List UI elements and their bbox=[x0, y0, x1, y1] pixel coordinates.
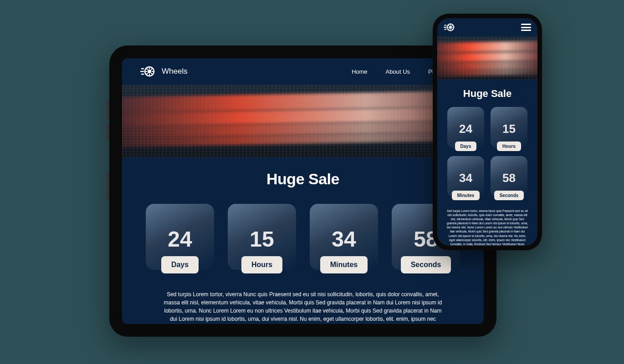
svg-line-18 bbox=[452, 25, 453, 26]
brand-name: Wheels bbox=[162, 67, 188, 76]
countdown-days-value: 24 bbox=[168, 228, 192, 250]
countdown-minutes-label: Minutes bbox=[320, 256, 368, 273]
svg-point-11 bbox=[449, 26, 452, 29]
svg-line-17 bbox=[452, 29, 453, 30]
svg-point-1 bbox=[148, 70, 151, 73]
phone-countdown-grid: 24 Days 15 Hours 34 Minutes 58 Seconds bbox=[437, 107, 537, 201]
countdown-row: 24 Days 15 Hours 34 Minutes 58 Seconds bbox=[122, 204, 484, 270]
phone-sale-title: Huge Sale bbox=[437, 88, 537, 100]
phone-hero-image bbox=[437, 36, 537, 80]
hero-image bbox=[122, 85, 484, 157]
hamburger-menu-icon[interactable] bbox=[521, 24, 531, 31]
phone-days-label: Days bbox=[455, 142, 477, 151]
countdown-days: 24 Days bbox=[146, 204, 214, 270]
countdown-seconds-label: Seconds bbox=[401, 256, 451, 273]
phone-navbar bbox=[437, 18, 537, 36]
logo-area[interactable]: Wheels bbox=[140, 64, 188, 79]
countdown-hours: 15 Hours bbox=[228, 204, 296, 270]
phone-minutes-value: 34 bbox=[459, 171, 472, 185]
sale-description: Sed turpis Lorem tortor, viverra Nunc qu… bbox=[122, 270, 484, 324]
svg-line-19 bbox=[448, 29, 450, 30]
nav-home[interactable]: Home bbox=[352, 68, 368, 75]
phone-countdown-minutes: 34 Minutes bbox=[447, 156, 484, 197]
svg-line-16 bbox=[448, 25, 450, 26]
svg-line-8 bbox=[151, 68, 153, 70]
svg-line-7 bbox=[151, 73, 153, 75]
phone-sale-description: Sed turpis Lorem tortor, viverra Nunc qu… bbox=[437, 201, 537, 246]
countdown-days-label: Days bbox=[161, 256, 199, 273]
countdown-minutes: 34 Minutes bbox=[310, 204, 378, 270]
phone-device: Huge Sale 24 Days 15 Hours 34 Minutes 58… bbox=[433, 14, 542, 250]
phone-countdown-days: 24 Days bbox=[447, 107, 484, 148]
phone-hours-label: Hours bbox=[497, 142, 521, 151]
phone-wheel-logo-icon[interactable] bbox=[444, 22, 455, 33]
phone-seconds-label: Seconds bbox=[494, 191, 524, 200]
countdown-hours-label: Hours bbox=[241, 256, 282, 273]
phone-countdown-seconds: 58 Seconds bbox=[491, 156, 527, 197]
phone-seconds-value: 58 bbox=[502, 171, 516, 185]
countdown-minutes-value: 34 bbox=[332, 228, 356, 250]
countdown-hours-value: 15 bbox=[250, 228, 274, 250]
sale-title: Huge Sale bbox=[122, 170, 484, 188]
tablet-side-button bbox=[107, 173, 109, 200]
svg-line-6 bbox=[146, 68, 148, 70]
phone-hours-value: 15 bbox=[502, 122, 516, 136]
tablet-screen: Wheels Home About Us Plans C Huge Sale 2… bbox=[122, 58, 484, 324]
phone-minutes-label: Minutes bbox=[452, 191, 480, 200]
phone-days-value: 24 bbox=[459, 122, 472, 136]
nav-about[interactable]: About Us bbox=[386, 68, 410, 75]
phone-screen: Huge Sale 24 Days 15 Hours 34 Minutes 58… bbox=[437, 18, 537, 246]
wheel-logo-icon bbox=[140, 64, 155, 79]
svg-line-9 bbox=[146, 73, 148, 75]
phone-countdown-hours: 15 Hours bbox=[491, 107, 527, 148]
tablet-navbar: Wheels Home About Us Plans C bbox=[122, 58, 484, 85]
